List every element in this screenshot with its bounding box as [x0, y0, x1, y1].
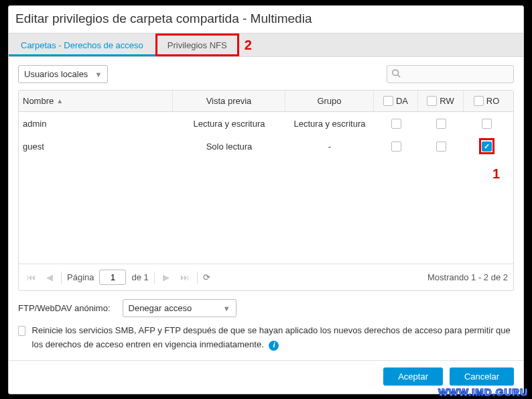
- table-header: Nombre ▲ Vista previa Grupo DA RW RO: [19, 91, 513, 112]
- checkbox-da[interactable]: [391, 119, 401, 129]
- refresh-icon[interactable]: ⟳: [203, 272, 210, 282]
- checkbox-da-all[interactable]: [383, 96, 393, 106]
- checkbox-restart[interactable]: [18, 326, 25, 336]
- col-preview[interactable]: Vista previa: [173, 91, 285, 111]
- pager: ⏮ ◀ Página de 1 ▶ ⏭ ⟳ Mostrando 1 - 2 de…: [19, 264, 513, 290]
- checkbox-rw-all[interactable]: [427, 96, 437, 106]
- cell-da: [374, 135, 418, 158]
- search-box[interactable]: [387, 65, 514, 83]
- col-rw[interactable]: RW: [418, 91, 464, 111]
- showing-label: Mostrando 1 - 2 de 2: [427, 272, 508, 282]
- col-name-label: Nombre: [23, 96, 54, 106]
- col-name[interactable]: Nombre ▲: [19, 91, 173, 111]
- user-filter-label: Usuarios locales: [24, 69, 88, 79]
- svg-point-0: [393, 70, 399, 76]
- annotation-1: 1: [492, 166, 500, 182]
- cell-group: -: [285, 135, 374, 158]
- tab-nfs-privileges[interactable]: Privilegios NFS: [155, 34, 239, 56]
- search-input[interactable]: [405, 69, 517, 79]
- dialog: Editar privilegios de carpeta compartida…: [8, 5, 524, 394]
- toolbar: Usuarios locales ▼: [18, 65, 514, 83]
- tab-access-rights[interactable]: Carpetas - Derechos de acceso: [9, 34, 155, 56]
- col-rw-label: RW: [440, 96, 454, 106]
- col-ro-label: RO: [486, 96, 500, 106]
- checkbox-ro[interactable]: ✓: [482, 141, 492, 152]
- separator: [197, 272, 198, 284]
- next-page-icon[interactable]: ▶: [160, 272, 172, 282]
- checkbox-ro-all[interactable]: [474, 96, 484, 106]
- cell-preview: Lectura y escritura: [173, 112, 285, 135]
- checkbox-da[interactable]: [391, 141, 401, 152]
- cell-ro: [464, 112, 509, 135]
- cell-rw: [418, 112, 464, 135]
- svg-line-1: [398, 75, 401, 78]
- user-filter-select[interactable]: Usuarios locales ▼: [18, 65, 108, 83]
- first-page-icon[interactable]: ⏮: [24, 272, 38, 282]
- checkbox-rw[interactable]: [436, 119, 446, 129]
- cell-ro: ✓: [464, 135, 509, 158]
- col-ro[interactable]: RO: [464, 91, 509, 111]
- table-row: admin Lectura y escritura Lectura y escr…: [19, 112, 513, 135]
- page-input[interactable]: [99, 270, 126, 285]
- table-row: guest Solo lectura - ✓: [19, 135, 513, 158]
- col-da[interactable]: DA: [374, 91, 418, 111]
- cell-name: guest: [19, 135, 173, 158]
- ftp-select[interactable]: Denegar acceso ▼: [123, 299, 237, 317]
- page-of-label: de 1: [131, 272, 148, 282]
- ok-button[interactable]: Aceptar: [383, 367, 443, 386]
- content-area: Usuarios locales ▼ Nombre ▲ Vista previa…: [9, 57, 523, 361]
- ftp-label: FTP/WebDAV anónimo:: [18, 303, 111, 313]
- search-icon: [391, 68, 401, 80]
- info-icon[interactable]: i: [269, 341, 279, 351]
- cell-name: admin: [19, 112, 173, 135]
- cell-group: Lectura y escritura: [285, 112, 374, 135]
- ftp-row: FTP/WebDAV anónimo: Denegar acceso ▼: [18, 291, 514, 323]
- restart-row: Reinicie los servicios SMB, AFP y FTP de…: [18, 323, 514, 355]
- cell-preview: Solo lectura: [173, 135, 285, 158]
- chevron-down-icon: ▼: [223, 304, 230, 312]
- cell-rw: [418, 135, 464, 158]
- ftp-value: Denegar acceso: [129, 303, 192, 313]
- checkbox-ro[interactable]: [482, 119, 492, 129]
- chevron-down-icon: ▼: [94, 70, 102, 78]
- annotation-1-box: ✓: [479, 138, 494, 154]
- cancel-button[interactable]: Cancelar: [450, 367, 514, 386]
- tabs: Carpetas - Derechos de acceso Privilegio…: [9, 34, 523, 57]
- prev-page-icon[interactable]: ◀: [44, 272, 56, 282]
- separator: [61, 272, 62, 284]
- permissions-table: Nombre ▲ Vista previa Grupo DA RW RO: [18, 90, 514, 291]
- sort-asc-icon: ▲: [56, 97, 63, 105]
- col-da-label: DA: [396, 96, 408, 106]
- annotation-2: 2: [239, 34, 252, 56]
- separator: [154, 272, 155, 284]
- last-page-icon[interactable]: ⏭: [178, 272, 192, 282]
- table-body: admin Lectura y escritura Lectura y escr…: [19, 112, 513, 264]
- dialog-title: Editar privilegios de carpeta compartida…: [9, 6, 523, 34]
- watermark: WWW.IMD.GURU: [438, 386, 528, 398]
- restart-note: Reinicie los servicios SMB, AFP y FTP de…: [32, 324, 514, 352]
- checkbox-rw[interactable]: [436, 141, 446, 152]
- col-group[interactable]: Grupo: [285, 91, 374, 111]
- cell-da: [374, 112, 418, 135]
- page-label: Página: [67, 272, 94, 282]
